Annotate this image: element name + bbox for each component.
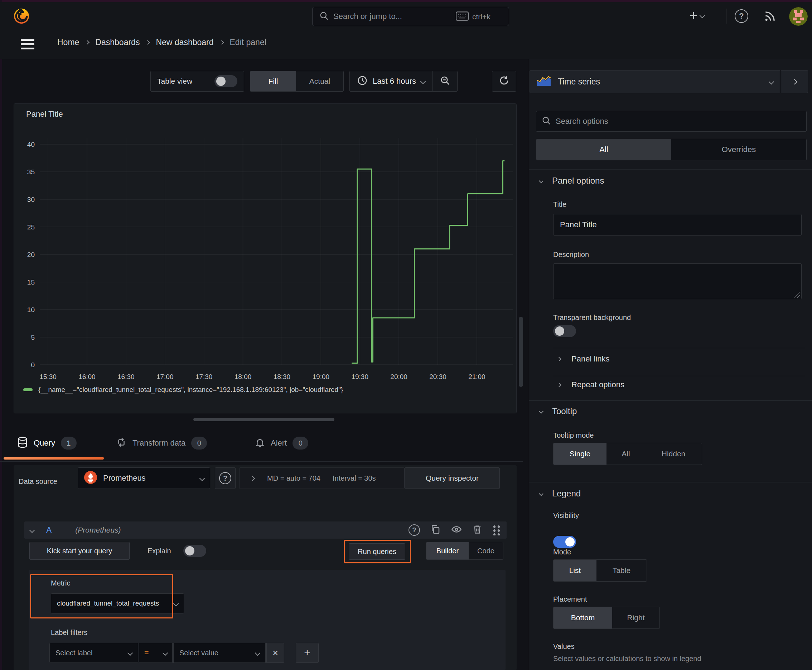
options-search[interactable] <box>536 111 807 132</box>
run-queries-button[interactable]: Run queries <box>349 543 405 560</box>
tab-all[interactable]: All <box>536 139 671 160</box>
query-help-icon[interactable]: ? <box>409 524 420 536</box>
query-options-bar[interactable]: MD = auto = 704 Interval = 30s <box>239 467 405 489</box>
panel-description-textarea[interactable] <box>553 264 802 299</box>
tooltip-single-option[interactable]: Single <box>554 443 607 465</box>
trash-icon[interactable] <box>472 524 482 536</box>
select-value-dropdown[interactable]: Select value <box>173 643 266 663</box>
breadcrumb-separator-icon <box>146 40 150 45</box>
panel-title-input[interactable] <box>553 214 802 235</box>
zoom-out-icon <box>440 75 450 87</box>
builder-option[interactable]: Builder <box>426 542 469 559</box>
max-datapoints-stat: MD = auto = 704 <box>267 474 320 482</box>
panel-preview: Panel Title 051015202530354015:3016:0016… <box>14 103 517 413</box>
tooltip-all-option[interactable]: All <box>607 443 645 465</box>
global-search[interactable]: ctrl+k <box>312 7 509 26</box>
chevron-right-icon <box>792 79 797 85</box>
tooltip-header[interactable]: Tooltip <box>539 406 577 416</box>
explain-toggle[interactable] <box>183 545 206 557</box>
kickstart-query-button[interactable]: Kick start your query <box>29 542 130 560</box>
table-view-toggle[interactable] <box>214 75 237 87</box>
legend-table-option[interactable]: Table <box>597 560 647 581</box>
add-filter-button[interactable]: + <box>296 643 319 663</box>
eye-icon[interactable] <box>451 524 462 536</box>
chevron-down-icon <box>29 527 35 533</box>
svg-text:17:00: 17:00 <box>156 373 174 381</box>
search-shortcut: ctrl+k <box>456 12 490 22</box>
code-option[interactable]: Code <box>469 542 503 559</box>
query-section: Data source Prometheus ? MD = auto = 704… <box>14 465 517 670</box>
visualization-picker[interactable]: Time series <box>529 70 780 93</box>
duplicate-icon[interactable] <box>430 524 441 536</box>
tab-alert-label: Alert <box>271 438 287 448</box>
breadcrumb-home[interactable]: Home <box>57 37 79 47</box>
chart-legend-item[interactable]: {__name__="cloudflared_tunnel_total_requ… <box>23 386 343 394</box>
search-input[interactable] <box>333 10 441 23</box>
query-ref-id: A <box>46 525 52 535</box>
time-series-chart[interactable]: 051015202530354015:3016:0016:3017:0017:3… <box>14 104 516 413</box>
breadcrumb-new-dashboard[interactable]: New dashboard <box>156 37 214 47</box>
tab-overrides[interactable]: Overrides <box>671 139 806 160</box>
options-search-input[interactable] <box>556 117 801 126</box>
refresh-button[interactable] <box>492 71 516 91</box>
svg-text:18:30: 18:30 <box>273 373 291 381</box>
scrollbar-thumb[interactable] <box>519 317 523 387</box>
svg-text:20:30: 20:30 <box>429 373 446 381</box>
repeat-options-section[interactable]: Repeat options <box>558 380 624 389</box>
fill-actual-switch: Fill Actual <box>250 71 344 91</box>
menu-toggle[interactable] <box>21 39 34 49</box>
query-inspector-button[interactable]: Query inspector <box>405 467 500 489</box>
user-avatar[interactable] <box>789 7 808 26</box>
chevron-right-icon <box>249 475 255 481</box>
datasource-picker[interactable]: Prometheus <box>78 467 210 489</box>
placement-bottom-option[interactable]: Bottom <box>554 607 612 628</box>
grafana-logo[interactable] <box>13 7 30 27</box>
options-tabs: All Overrides <box>536 139 807 160</box>
transparent-background-label: Transparent background <box>553 313 631 322</box>
svg-text:19:00: 19:00 <box>312 373 330 381</box>
svg-text:30: 30 <box>27 196 35 203</box>
tooltip-hidden-option[interactable]: Hidden <box>645 443 702 465</box>
fill-option[interactable]: Fill <box>250 71 296 91</box>
query-row-header[interactable]: A (Prometheus) ? <box>24 521 507 539</box>
zoom-out-button[interactable] <box>432 71 457 91</box>
chevron-down-icon <box>173 601 179 606</box>
transparent-background-toggle[interactable] <box>553 325 576 337</box>
help-button[interactable]: ? <box>735 9 748 23</box>
actual-option[interactable]: Actual <box>296 71 343 91</box>
operator-dropdown[interactable]: = <box>139 643 173 663</box>
breadcrumb-dashboards[interactable]: Dashboards <box>95 37 140 47</box>
legend-placement-label: Placement <box>553 595 587 604</box>
panel-resize-handle[interactable] <box>193 418 334 421</box>
drag-handle-icon[interactable] <box>492 524 501 535</box>
svg-text:21:00: 21:00 <box>468 373 485 381</box>
tab-query-label: Query <box>34 438 55 448</box>
chevron-right-icon <box>557 382 561 387</box>
time-range-picker[interactable]: Last 6 hours <box>350 71 432 91</box>
query-datasource-note: (Prometheus) <box>75 526 120 535</box>
datasource-help-button[interactable]: ? <box>215 467 236 489</box>
add-menu-button[interactable]: + <box>690 8 704 22</box>
placement-right-option[interactable]: Right <box>612 607 659 628</box>
options-pane: Time series All Overrides Panel options … <box>529 59 812 670</box>
svg-text:40: 40 <box>27 140 35 148</box>
metric-select[interactable]: cloudflared_tunnel_total_requests <box>51 594 184 613</box>
tab-transform[interactable]: Transform data 0 <box>116 437 207 450</box>
news-rss-button[interactable] <box>763 9 777 24</box>
plus-icon: + <box>690 8 697 22</box>
svg-text:16:00: 16:00 <box>78 373 96 381</box>
legend-list-option[interactable]: List <box>554 560 597 581</box>
collapse-options-button[interactable] <box>781 70 808 93</box>
tab-alert[interactable]: Alert 0 <box>255 437 308 450</box>
datasource-label: Data source <box>19 477 57 486</box>
legend-header[interactable]: Legend <box>539 489 581 499</box>
panel-links-section[interactable]: Panel links <box>558 354 609 364</box>
inset-divider <box>553 376 805 376</box>
legend-visibility-toggle[interactable] <box>553 536 576 548</box>
select-label-dropdown[interactable]: Select label <box>49 643 138 663</box>
tab-query[interactable]: Query 1 <box>17 437 76 450</box>
resize-grip-icon <box>794 291 800 298</box>
panel-options-header[interactable]: Panel options <box>539 176 604 186</box>
chevron-down-icon <box>769 79 775 85</box>
remove-filter-button[interactable]: × <box>266 643 284 663</box>
